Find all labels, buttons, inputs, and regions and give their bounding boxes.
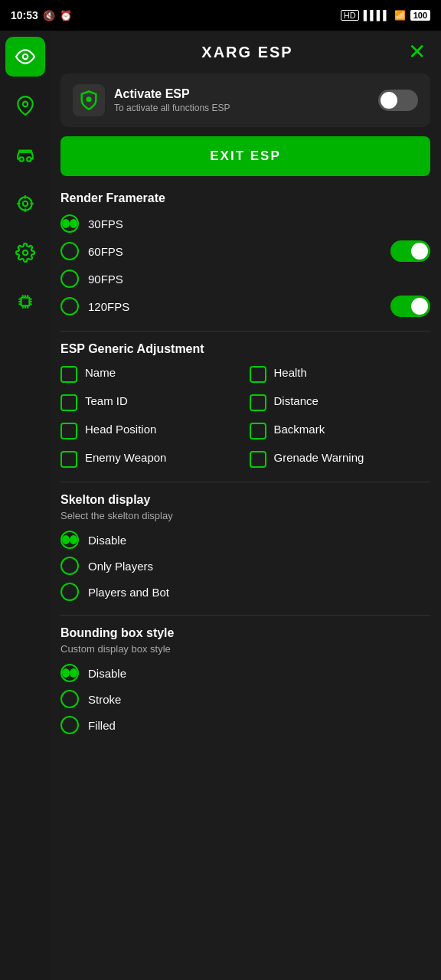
fps-120-option[interactable]: 120FPS (60, 297, 129, 315)
content-area: Activate ESP To activate all functions E… (50, 74, 441, 980)
checkbox-head-position-box (60, 423, 77, 439)
checkbox-head-position-label: Head Position (85, 422, 156, 437)
activate-esp-icon (73, 84, 105, 116)
checkbox-grenade-warning[interactable]: Grenade Warning (250, 450, 431, 468)
esp-generic-section: ESP Generic Adjustment Name Health Team … (60, 342, 430, 468)
checkbox-grenade-warning-box (250, 451, 266, 468)
activate-esp-text: Activate ESP To activate all functions E… (114, 87, 230, 113)
checkbox-health-box (250, 366, 266, 383)
fps-90-option[interactable]: 90FPS (60, 270, 430, 288)
fps-60-toggle-slider (390, 240, 430, 262)
sidebar-item-settings[interactable] (5, 233, 45, 273)
skelton-players-bot-option[interactable]: Players and Bot (60, 583, 430, 601)
skelton-display-section: Skelton display Select the skelton displ… (60, 493, 430, 601)
status-right: HD ▌▌▌▌ 📶 100 (341, 10, 430, 21)
bbox-stroke-radio (60, 690, 79, 708)
fps-90-label: 90FPS (88, 273, 123, 286)
sidebar-item-aim[interactable] (5, 184, 45, 224)
signal-icon: ▌▌▌▌ (364, 10, 390, 21)
exit-esp-button[interactable]: EXIT ESP (60, 136, 430, 176)
mute-icon: 🔇 (43, 10, 55, 21)
checkbox-name[interactable]: Name (60, 365, 242, 383)
checkbox-distance-box (250, 394, 266, 411)
bbox-filled-label: Filled (88, 719, 116, 732)
svg-point-3 (27, 157, 31, 161)
activate-esp-card: Activate ESP To activate all functions E… (60, 74, 430, 127)
render-framerate-section: Render Framerate 30FPS 60FPS (60, 191, 430, 317)
location-icon (15, 96, 35, 116)
checkbox-health-label: Health (274, 365, 307, 381)
bbox-filled-option[interactable]: Filled (60, 716, 430, 734)
svg-point-2 (19, 157, 23, 161)
bounding-box-section: Bounding box style Custom display box st… (60, 626, 430, 734)
hd-label: HD (341, 10, 359, 21)
fps-120-radio (60, 297, 79, 315)
toggle-slider (378, 90, 418, 111)
checkbox-name-label: Name (85, 365, 116, 381)
app-container: XARG ESP ✕ Activate ESP To activate all … (0, 31, 441, 980)
esp-generic-title: ESP Generic Adjustment (60, 342, 430, 356)
checkbox-backmark-label: Backmark (274, 422, 325, 437)
bounding-box-title: Bounding box style (60, 626, 430, 640)
eye-icon (15, 47, 35, 67)
bbox-disable-label: Disable (88, 667, 126, 680)
bbox-filled-radio (60, 716, 79, 734)
bbox-disable-option[interactable]: Disable (60, 664, 430, 682)
checkbox-teamid-label: Team ID (85, 394, 128, 409)
checkbox-enemy-weapon-label: Enemy Weapon (85, 450, 166, 466)
close-button[interactable]: ✕ (408, 41, 426, 63)
skelton-display-subtitle: Select the skelton display (60, 510, 430, 521)
fps-30-label: 30FPS (88, 217, 123, 230)
fps-30-radio (60, 214, 79, 233)
bounding-box-radio-group: Disable Stroke Filled (60, 664, 430, 734)
checkbox-distance-label: Distance (274, 394, 318, 409)
sidebar-item-vehicle[interactable] (5, 135, 45, 175)
svg-point-12 (87, 96, 92, 102)
svg-point-5 (22, 201, 28, 207)
skelton-disable-label: Disable (88, 534, 126, 547)
sidebar-item-chip[interactable] (5, 282, 45, 322)
bounding-box-subtitle: Custom display box style (60, 643, 430, 655)
activate-esp-toggle[interactable] (378, 90, 418, 111)
battery-label: 100 (410, 10, 430, 21)
target-icon (15, 194, 35, 214)
checkbox-grenade-warning-label: Grenade Warning (274, 450, 364, 466)
fps-60-toggle[interactable] (390, 240, 430, 262)
skelton-only-players-option[interactable]: Only Players (60, 557, 430, 575)
car-icon (15, 145, 35, 165)
checkbox-enemy-weapon[interactable]: Enemy Weapon (60, 450, 242, 468)
page-title: XARG ESP (201, 44, 292, 61)
sidebar-item-esp[interactable] (5, 37, 45, 77)
sidebar-item-location[interactable] (5, 86, 45, 126)
fps-60-option[interactable]: 60FPS (60, 242, 123, 260)
fps-120-toggle-slider (390, 296, 430, 317)
checkbox-backmark-box (250, 423, 266, 439)
skelton-disable-option[interactable]: Disable (60, 531, 430, 549)
fps-30-option[interactable]: 30FPS (60, 214, 123, 233)
activate-esp-title: Activate ESP (114, 87, 230, 101)
fps-120-label: 120FPS (88, 300, 129, 313)
skelton-display-title: Skelton display (60, 493, 430, 507)
svg-rect-11 (21, 298, 29, 306)
checkbox-teamid[interactable]: Team ID (60, 394, 242, 411)
render-framerate-title: Render Framerate (60, 191, 430, 205)
bbox-stroke-option[interactable]: Stroke (60, 690, 430, 708)
skelton-players-bot-label: Players and Bot (88, 586, 169, 599)
skelton-disable-radio (60, 531, 79, 549)
esp-generic-grid: Name Health Team ID Distance (60, 365, 430, 468)
divider-2 (60, 482, 430, 482)
shield-icon (78, 90, 100, 111)
chip-icon (15, 292, 35, 312)
bbox-stroke-label: Stroke (88, 693, 121, 706)
header: XARG ESP ✕ (50, 31, 441, 74)
checkbox-backmark[interactable]: Backmark (250, 422, 431, 439)
time-label: 10:53 (11, 9, 38, 21)
activate-esp-left: Activate ESP To activate all functions E… (73, 84, 230, 116)
checkbox-head-position[interactable]: Head Position (60, 422, 242, 439)
fps-120-toggle[interactable] (390, 296, 430, 317)
checkbox-name-box (60, 366, 77, 383)
checkbox-teamid-box (60, 394, 77, 411)
skelton-only-players-radio (60, 557, 79, 575)
checkbox-distance[interactable]: Distance (250, 394, 431, 411)
checkbox-health[interactable]: Health (250, 365, 431, 383)
